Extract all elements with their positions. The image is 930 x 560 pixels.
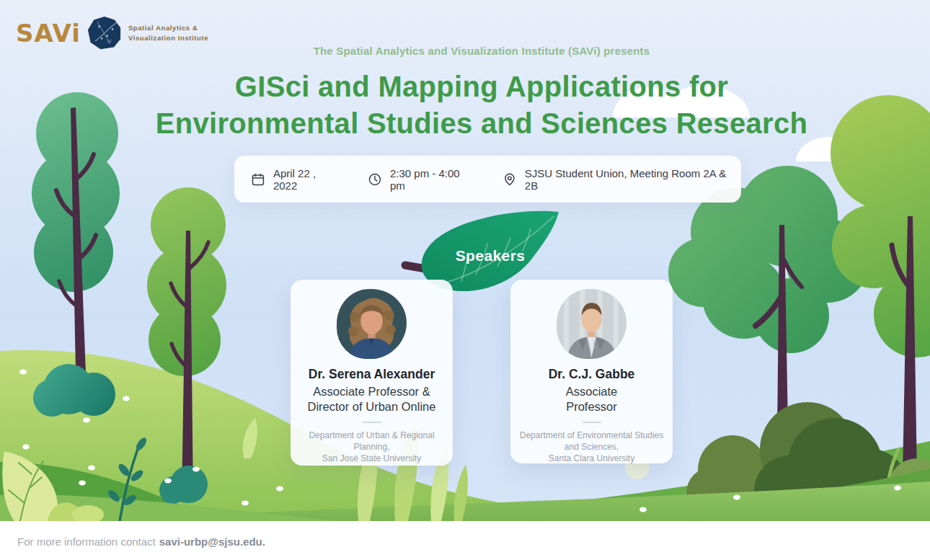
speaker-card: Dr. C.J. Gabbe Associate Professor Depar…: [510, 280, 673, 463]
logo-tagline: Spatial Analytics & Visualization Instit…: [128, 23, 208, 44]
speaker-university: Santa Clara University: [510, 453, 673, 464]
speaker-department: Department of Urban & Regional Planning,…: [291, 430, 453, 464]
speakers-label: Speakers: [433, 247, 548, 265]
title-line-1: GISci and Mapping Applications for: [33, 68, 930, 105]
speaker-role-line1: Associate: [510, 384, 673, 399]
event-location: SJSU Student Union, Meeting Room 2A & 2B: [502, 167, 741, 192]
divider: [583, 422, 601, 423]
speaker-card: Dr. Serena Alexander Associate Professor…: [291, 280, 453, 466]
kicker-line: The Spatial Analytics and Visualization …: [33, 45, 930, 57]
speaker-name: Dr. Serena Alexander: [291, 367, 453, 382]
speaker-dept-line1: Department of Environmental Studies: [510, 430, 673, 441]
footer-contact: For more information contactsavi-urbp@sj…: [17, 535, 265, 548]
logo-wordmark: SAVi: [16, 19, 81, 48]
speaker-photo: [337, 289, 407, 359]
speaker-role-line1: Associate Professor &: [291, 384, 453, 399]
speaker-role-line2: Director of Urban Online: [291, 399, 453, 414]
location-icon: [502, 172, 517, 187]
event-location-label: SJSU Student Union, Meeting Room 2A & 2B: [525, 167, 741, 192]
speaker-dept-line2: and Sciences,: [510, 441, 673, 453]
footer-email: savi-urbp@sjsu.edu.: [159, 535, 265, 548]
speaker-department: Department of Environmental Studies and …: [510, 430, 673, 464]
logo-tagline-line2: Visualization Institute: [128, 33, 208, 43]
speaker-dept-line1: Department of Urban & Regional: [291, 430, 453, 441]
speaker-photo: [557, 289, 626, 359]
clock-icon: [368, 172, 382, 187]
title-line-2: Environmental Studies and Sciences Resea…: [33, 105, 930, 142]
logo-tagline-line1: Spatial Analytics &: [128, 23, 208, 33]
event-time-label: 2:30 pm - 4:00 pm: [390, 167, 477, 192]
footer: For more information contactsavi-urbp@sj…: [0, 521, 930, 560]
speaker-name: Dr. C.J. Gabbe: [510, 367, 673, 382]
event-date-label: April 22 , 2022: [273, 167, 342, 192]
speaker-university: San José State University: [291, 453, 453, 464]
event-flyer: SAVi Spatial Analytics & Visualization I…: [0, 0, 930, 560]
calendar-icon: [251, 172, 265, 187]
event-time: 2:30 pm - 4:00 pm: [368, 167, 477, 192]
speaker-role: Associate Professor: [510, 384, 673, 414]
divider: [363, 422, 381, 423]
speaker-role-line2: Professor: [510, 399, 673, 414]
speaker-dept-line2: Planning,: [291, 441, 453, 453]
event-date: April 22 , 2022: [251, 167, 342, 192]
event-title: GISci and Mapping Applications for Envir…: [33, 68, 930, 142]
footer-text: For more information contact: [17, 535, 156, 548]
speaker-role: Associate Professor & Director of Urban …: [291, 384, 453, 414]
event-info-bar: April 22 , 2022 2:30 pm - 4:00 pm SJSU S…: [234, 156, 741, 203]
